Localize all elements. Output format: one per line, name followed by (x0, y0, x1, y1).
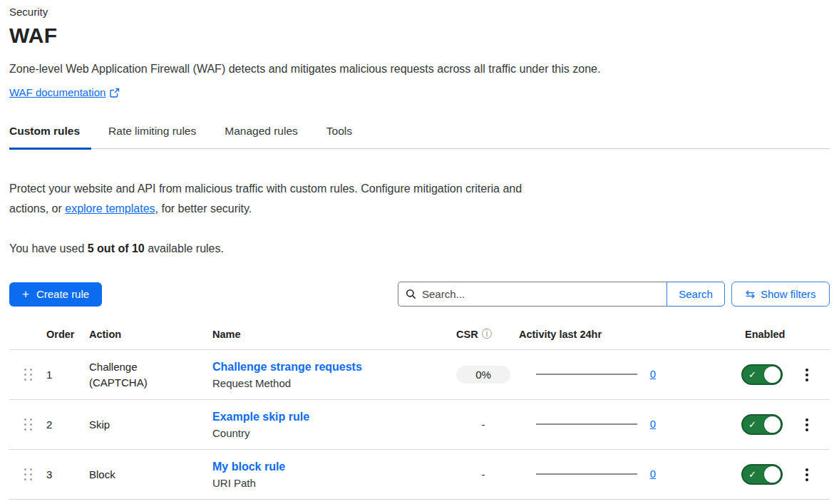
table-row: 3 Block My block rule URI Path - 0 ✓ (9, 450, 830, 500)
intro-text-after: , for better security. (155, 202, 252, 215)
usage-count: 5 out of 10 (88, 242, 145, 254)
table-row: 2 Skip Example skip rule Country - 0 ✓ (9, 400, 830, 450)
info-icon[interactable]: ⓘ (482, 328, 492, 341)
activity-sparkline (536, 374, 637, 375)
activity-sparkline (536, 423, 637, 425)
swap-arrows-icon: ⇆ (746, 287, 755, 301)
check-icon: ✓ (748, 470, 756, 479)
header-order: Order (46, 329, 89, 340)
rule-order: 2 (46, 418, 89, 431)
create-rule-label: Create rule (36, 288, 89, 300)
drag-handle[interactable] (21, 416, 35, 433)
tab-managed-rules[interactable]: Managed rules (225, 125, 309, 150)
check-icon: ✓ (748, 420, 756, 429)
activity-count-link[interactable]: 0 (650, 418, 656, 430)
rule-order: 3 (46, 468, 89, 480)
rule-order: 1 (46, 369, 89, 381)
rule-name-link[interactable]: My block rule (212, 461, 285, 473)
page-description: Zone-level Web Application Firewall (WAF… (9, 63, 830, 76)
search-icon (406, 289, 416, 299)
page-title: WAF (9, 24, 830, 48)
table-row: 1 Challenge (CAPTCHA) Challenge strange … (9, 350, 830, 400)
toggle-knob (764, 366, 781, 383)
csr-badge: 0% (456, 366, 510, 384)
breadcrumb-security: Security (9, 6, 830, 18)
header-activity: Activity last 24hr (519, 329, 662, 340)
rule-action: Skip (89, 417, 110, 433)
show-filters-button[interactable]: ⇆ Show filters (731, 282, 830, 307)
usage-summary: You have used 5 out of 10 available rule… (9, 242, 830, 255)
show-filters-label: Show filters (761, 288, 816, 300)
header-name: Name (212, 329, 448, 340)
enabled-toggle[interactable]: ✓ (741, 464, 783, 485)
intro-paragraph: Protect your website and API from malici… (9, 179, 540, 219)
explore-templates-link[interactable]: explore templates (65, 202, 155, 215)
enabled-toggle[interactable]: ✓ (741, 414, 783, 435)
activity-count-link[interactable]: 0 (650, 368, 656, 380)
header-action: Action (89, 329, 212, 340)
rule-name-link[interactable]: Challenge strange requests (212, 361, 362, 373)
check-icon: ✓ (748, 370, 756, 379)
toggle-knob (764, 416, 781, 433)
activity-sparkline (536, 473, 637, 475)
csr-value: - (482, 418, 485, 431)
waf-documentation-link[interactable]: WAF documentation (9, 86, 105, 98)
table-header-row: Order Action Name CSR ⓘ Activity last 24… (9, 328, 830, 350)
kebab-menu-icon[interactable] (802, 365, 812, 385)
rule-field: Country (212, 427, 448, 439)
tab-rate-limiting-rules[interactable]: Rate limiting rules (108, 125, 207, 150)
usage-suffix: available rules. (145, 242, 224, 254)
activity-count-link[interactable]: 0 (650, 468, 656, 480)
search-button[interactable]: Search (666, 282, 725, 307)
rule-field: URI Path (212, 477, 448, 489)
search-input[interactable] (422, 288, 659, 300)
external-link-icon (110, 88, 120, 98)
header-csr: CSR (456, 329, 478, 340)
kebab-menu-icon[interactable] (802, 415, 812, 435)
enabled-toggle[interactable]: ✓ (741, 364, 783, 385)
csr-value: - (482, 468, 485, 480)
tab-tools[interactable]: Tools (326, 125, 364, 150)
tab-bar: Custom rules Rate limiting rules Managed… (9, 125, 830, 149)
create-rule-button[interactable]: + Create rule (9, 282, 102, 307)
drag-handle[interactable] (21, 366, 35, 384)
kebab-menu-icon[interactable] (802, 465, 812, 485)
toggle-knob (764, 466, 781, 483)
drag-handle[interactable] (21, 466, 35, 483)
rule-action: Block (89, 467, 115, 483)
header-enabled: Enabled (727, 329, 791, 340)
tab-custom-rules[interactable]: Custom rules (9, 125, 91, 150)
rule-action: Challenge (CAPTCHA) (89, 359, 173, 391)
rules-table: Order Action Name CSR ⓘ Activity last 24… (9, 328, 830, 500)
rule-field: Request Method (212, 377, 448, 389)
search-box (398, 282, 666, 307)
plus-icon: + (22, 287, 29, 302)
usage-prefix: You have used (9, 242, 88, 254)
waf-page: Security WAF Zone-level Web Application … (0, 0, 839, 500)
rule-name-link[interactable]: Example skip rule (212, 411, 309, 423)
